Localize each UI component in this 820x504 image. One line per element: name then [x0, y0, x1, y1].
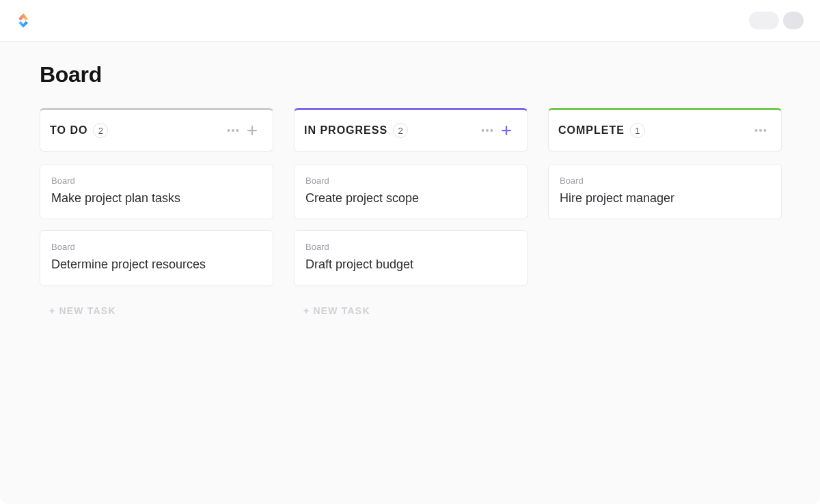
topbar-actions [749, 12, 804, 29]
topbar-pill-a[interactable] [749, 12, 779, 29]
column-count-badge: 2 [93, 123, 108, 138]
new-task-button[interactable]: + NEW TASK [40, 297, 273, 324]
main-area: Board TO DO2BoardMake project plan tasks… [0, 41, 820, 504]
add-task-icon[interactable] [497, 121, 516, 140]
task-card-title: Hire project manager [560, 190, 770, 206]
column-count-badge: 1 [630, 123, 645, 138]
column-header: COMPLETE1 [548, 108, 782, 152]
svg-point-7 [490, 129, 493, 132]
task-card-category: Board [51, 242, 262, 252]
topbar [0, 0, 820, 41]
more-dots-icon[interactable] [223, 121, 243, 140]
svg-point-5 [482, 129, 484, 132]
svg-point-12 [763, 129, 766, 132]
svg-point-2 [236, 129, 238, 132]
svg-point-11 [759, 129, 762, 132]
new-task-button[interactable]: + NEW TASK [294, 297, 528, 324]
more-dots-icon[interactable] [751, 121, 770, 140]
task-card[interactable]: BoardDetermine project resources [40, 230, 273, 285]
topbar-pill-b[interactable] [783, 12, 804, 29]
task-card[interactable]: BoardCreate project scope [294, 164, 528, 219]
column-complete: COMPLETE1BoardHire project manager [548, 108, 782, 324]
task-card-category: Board [51, 176, 262, 186]
column-title: COMPLETE [558, 124, 625, 137]
task-card-category: Board [305, 176, 516, 186]
task-card-category: Board [560, 176, 770, 186]
task-card-title: Make project plan tasks [51, 190, 262, 206]
board-columns: TO DO2BoardMake project plan tasksBoardD… [40, 108, 780, 324]
task-card[interactable]: BoardHire project manager [548, 164, 782, 219]
task-card[interactable]: BoardMake project plan tasks [40, 164, 273, 219]
task-card[interactable]: BoardDraft project budget [294, 230, 528, 285]
svg-point-6 [486, 129, 489, 132]
column-todo: TO DO2BoardMake project plan tasksBoardD… [40, 108, 273, 324]
more-dots-icon[interactable] [478, 121, 497, 140]
column-title: TO DO [50, 124, 87, 137]
column-title: IN PROGRESS [304, 124, 387, 137]
task-card-title: Draft project budget [305, 256, 516, 272]
page-title: Board [40, 62, 780, 87]
svg-point-1 [232, 129, 234, 132]
column-header: IN PROGRESS2 [294, 108, 528, 152]
add-task-icon[interactable] [243, 121, 262, 140]
task-card-title: Determine project resources [51, 256, 262, 272]
column-count-badge: 2 [393, 123, 408, 138]
task-card-title: Create project scope [305, 190, 516, 206]
task-card-category: Board [305, 242, 516, 252]
svg-point-0 [228, 129, 230, 132]
svg-point-10 [755, 129, 758, 132]
app-logo-icon [14, 11, 33, 30]
column-header: TO DO2 [40, 108, 273, 152]
column-inprogress: IN PROGRESS2BoardCreate project scopeBoa… [294, 108, 528, 324]
